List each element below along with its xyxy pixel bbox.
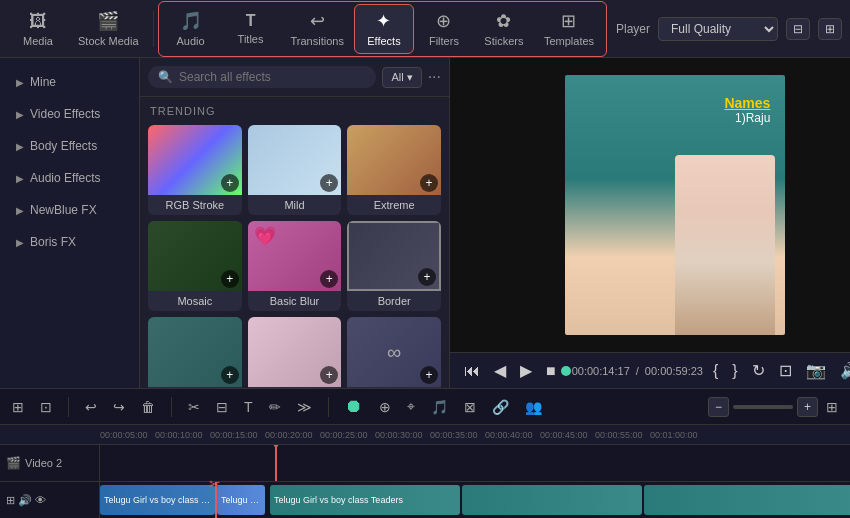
delete-btn[interactable]: 🗑 bbox=[137, 397, 159, 417]
track-label-video2: 🎬 Video 2 bbox=[0, 445, 99, 482]
out-point-btn[interactable]: } bbox=[728, 360, 741, 382]
play-btn[interactable]: ▶ bbox=[516, 359, 536, 382]
zoom-slider[interactable] bbox=[733, 405, 793, 409]
add-effect-btn[interactable]: + bbox=[221, 270, 239, 288]
effect-card-rgb-stroke[interactable]: + RGB Stroke bbox=[148, 125, 242, 215]
toolbar-label-stickers: Stickers bbox=[484, 35, 523, 47]
effect-thumb-rgb-stroke: + bbox=[148, 125, 242, 195]
effect-card-echo[interactable]: ∞ + Echo bbox=[347, 317, 441, 388]
sidebar-item-audio-effects[interactable]: ▶ Audio Effects bbox=[4, 163, 135, 193]
pen-btn[interactable]: ✏ bbox=[265, 397, 285, 417]
timeline-ruler: 00:00:05:00 00:00:10:00 00:00:15:00 00:0… bbox=[0, 425, 850, 445]
sidebar-item-body-effects[interactable]: ▶ Body Effects bbox=[4, 131, 135, 161]
select-tool-btn[interactable]: ⊞ bbox=[8, 397, 28, 417]
all-filter-btn[interactable]: All ▾ bbox=[382, 67, 421, 88]
zoom-in-btn[interactable]: + bbox=[797, 397, 818, 417]
add-effect-btn[interactable]: + bbox=[320, 174, 338, 192]
marker-btn[interactable]: ⌖ bbox=[403, 396, 419, 417]
fullscreen-btn[interactable]: ⊞ bbox=[818, 18, 842, 40]
split-view-btn[interactable]: ⊟ bbox=[786, 18, 810, 40]
toolbar-item-media[interactable]: 🖼 Media bbox=[8, 4, 68, 54]
top-toolbar: 🖼 Media 🎬 Stock Media 🎵 Audio T Titles ↩… bbox=[0, 0, 850, 58]
trim-tool-btn[interactable]: ⊡ bbox=[36, 397, 56, 417]
toolbar-item-templates[interactable]: ⊞ Templates bbox=[534, 4, 604, 54]
effect-card-extreme[interactable]: + Extreme bbox=[347, 125, 441, 215]
toolbar-label-media: Media bbox=[23, 35, 53, 47]
audio-btn[interactable]: 🔊 bbox=[836, 359, 850, 382]
cut-btn[interactable]: ✂ bbox=[184, 397, 204, 417]
clip-3[interactable]: Telugu Girl vs boy class Teaders bbox=[270, 485, 460, 515]
screen-btn[interactable]: ⊡ bbox=[775, 359, 796, 382]
playhead bbox=[275, 445, 277, 481]
clip-5[interactable] bbox=[644, 485, 850, 515]
zoom-out-btn[interactable]: − bbox=[708, 397, 729, 417]
total-time: 00:00:59:23 bbox=[645, 365, 703, 377]
more-tools-btn[interactable]: ≫ bbox=[293, 397, 316, 417]
loop-btn[interactable]: ↻ bbox=[748, 359, 769, 382]
add-effect-btn[interactable]: + bbox=[221, 174, 239, 192]
sidebar-item-mine[interactable]: ▶ Mine bbox=[4, 67, 135, 97]
snap-btn[interactable]: ⊕ bbox=[375, 397, 395, 417]
effect-card-mild[interactable]: + Mild bbox=[248, 125, 342, 215]
quality-select[interactable]: Full Quality Half Quality Quarter Qualit… bbox=[658, 17, 778, 41]
add-effect-btn[interactable]: + bbox=[418, 268, 436, 286]
fit-btn[interactable]: ⊞ bbox=[822, 397, 842, 417]
text-btn[interactable]: T bbox=[240, 397, 257, 417]
sidebar-item-boris-fx[interactable]: ▶ Boris FX bbox=[4, 227, 135, 257]
record-btn[interactable]: ⏺ bbox=[341, 394, 367, 419]
effects-grid: + RGB Stroke + Mild + Extreme bbox=[148, 125, 441, 388]
effect-card-mosaic[interactable]: + Mosaic bbox=[148, 221, 242, 311]
more-options-btn[interactable]: ··· bbox=[428, 68, 441, 86]
camera-btn[interactable]: 📷 bbox=[802, 359, 830, 382]
effect-thumb-beautify: + bbox=[248, 317, 342, 387]
effect-thumb-square-blur: + bbox=[148, 317, 242, 387]
effect-name-echo: Echo bbox=[347, 387, 441, 388]
collab-btn[interactable]: 👥 bbox=[521, 397, 546, 417]
ruler-mark: 00:00:05:00 bbox=[100, 430, 155, 440]
time-separator: / bbox=[636, 365, 639, 377]
sidebar-label-video-effects: Video Effects bbox=[30, 107, 100, 121]
sidebar-label-body-effects: Body Effects bbox=[30, 139, 97, 153]
clip-4[interactable] bbox=[462, 485, 642, 515]
toolbar-item-stock[interactable]: 🎬 Stock Media bbox=[68, 4, 149, 54]
add-effect-btn[interactable]: + bbox=[320, 366, 338, 384]
toolbar-item-effects[interactable]: ✦ Effects bbox=[354, 4, 414, 54]
effect-card-beautify[interactable]: + Beautify bbox=[248, 317, 342, 388]
add-effect-btn[interactable]: + bbox=[420, 366, 438, 384]
effect-thumb-extreme: + bbox=[347, 125, 441, 195]
crop-btn[interactable]: ⊟ bbox=[212, 397, 232, 417]
stop-btn[interactable]: ■ bbox=[542, 360, 560, 382]
progress-dot bbox=[561, 366, 571, 376]
effect-card-border[interactable]: + Border bbox=[347, 221, 441, 311]
skip-back-btn[interactable]: ⏮ bbox=[460, 360, 484, 382]
add-effect-btn[interactable]: + bbox=[221, 366, 239, 384]
sidebar-item-newblue-fx[interactable]: ▶ NewBlue FX bbox=[4, 195, 135, 225]
effect-card-square-blur[interactable]: + Square Blur bbox=[148, 317, 242, 388]
all-filter-label: All bbox=[391, 71, 403, 83]
toolbar-item-stickers[interactable]: ✿ Stickers bbox=[474, 4, 534, 54]
add-effect-btn[interactable]: + bbox=[320, 270, 338, 288]
redo-btn[interactable]: ↪ bbox=[109, 397, 129, 417]
titles-icon: T bbox=[246, 12, 256, 30]
undo-btn[interactable]: ↩ bbox=[81, 397, 101, 417]
clip-2[interactable]: Telugu G... bbox=[217, 485, 265, 515]
in-point-btn[interactable]: { bbox=[709, 360, 722, 382]
link-btn[interactable]: 🔗 bbox=[488, 397, 513, 417]
sidebar-item-video-effects[interactable]: ▶ Video Effects bbox=[4, 99, 135, 129]
effect-card-basic-blur[interactable]: 💗 + Basic Blur bbox=[248, 221, 342, 311]
search-input[interactable] bbox=[179, 70, 366, 84]
clip-1[interactable]: Telugu Girl vs boy class Teaders bbox=[100, 485, 215, 515]
toolbar-item-transitions[interactable]: ↩ Transitions bbox=[281, 4, 354, 54]
toolbar-item-filters[interactable]: ⊕ Filters bbox=[414, 4, 474, 54]
clip-label-1: Telugu Girl vs boy class Teaders bbox=[100, 495, 215, 505]
toolbar-item-audio[interactable]: 🎵 Audio bbox=[161, 4, 221, 54]
toolbar-label-effects: Effects bbox=[367, 35, 400, 47]
split-track-btn[interactable]: ⊠ bbox=[460, 397, 480, 417]
add-effect-btn[interactable]: + bbox=[420, 174, 438, 192]
clip-label-3: Telugu Girl vs boy class Teaders bbox=[270, 495, 407, 505]
audio-track-btn[interactable]: 🎵 bbox=[427, 397, 452, 417]
toolbar-item-titles[interactable]: T Titles bbox=[221, 4, 281, 54]
ruler-mark: 00:00:45:00 bbox=[540, 430, 595, 440]
step-back-btn[interactable]: ◀ bbox=[490, 359, 510, 382]
templates-icon: ⊞ bbox=[561, 10, 576, 32]
